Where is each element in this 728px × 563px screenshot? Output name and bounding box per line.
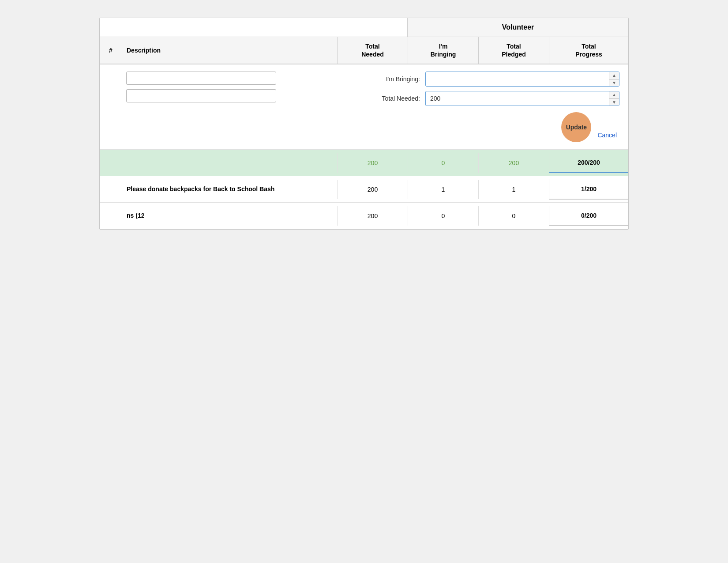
row-description xyxy=(122,157,337,169)
edit-text-input-2[interactable] xyxy=(126,89,276,102)
row-description: Please donate backpacks for Back to Scho… xyxy=(122,179,337,200)
im-bringing-down[interactable]: ▼ xyxy=(609,79,619,86)
row-num xyxy=(100,157,122,169)
total-needed-down[interactable]: ▼ xyxy=(609,98,619,106)
main-container: Volunteer # Description Total Needed I'm… xyxy=(99,18,629,230)
row-total-pledged: 200 xyxy=(478,153,549,173)
edit-text-input-1[interactable] xyxy=(126,72,276,85)
row-im-bringing: 0 xyxy=(408,153,478,173)
col-total-progress: Total Progress xyxy=(549,37,628,64)
row-total-needed: 200 xyxy=(337,206,408,226)
total-needed-spinner: ▲ ▼ xyxy=(425,91,619,106)
row-total-needed: 200 xyxy=(337,153,408,173)
total-needed-input[interactable] xyxy=(426,92,609,105)
col-number: # xyxy=(100,37,122,64)
edit-row: I'm Bringing: ▲ ▼ Total Needed: ▲ ▼ xyxy=(100,64,628,150)
im-bringing-field-row: I'm Bringing: ▲ ▼ xyxy=(372,72,619,87)
row-total-progress: 200/200 xyxy=(549,153,628,173)
row-num xyxy=(100,183,122,196)
row-num xyxy=(100,210,122,222)
table-row: 200 0 200 200/200 xyxy=(100,150,628,176)
table-row: Please donate backpacks for Back to Scho… xyxy=(100,176,628,203)
col-total-pledged: Total Pledged xyxy=(478,37,549,64)
row-total-progress: 0/200 xyxy=(549,206,628,226)
col-total-needed: Total Needed xyxy=(337,37,408,64)
col-im-bringing: I'm Bringing xyxy=(408,37,478,64)
edit-row-fields-right: I'm Bringing: ▲ ▼ Total Needed: ▲ ▼ xyxy=(372,72,628,142)
total-needed-spinners: ▲ ▼ xyxy=(609,91,619,106)
total-needed-up[interactable]: ▲ xyxy=(609,91,619,98)
table-row: ns (12 200 0 0 0/200 xyxy=(100,203,628,229)
cancel-button[interactable]: Cancel xyxy=(595,130,619,140)
update-button[interactable]: Update xyxy=(561,112,591,142)
row-im-bringing: 1 xyxy=(408,180,478,199)
row-total-pledged: 0 xyxy=(478,206,549,226)
im-bringing-label: I'm Bringing: xyxy=(372,76,420,83)
col-description: Description xyxy=(122,37,337,64)
im-bringing-spinner: ▲ ▼ xyxy=(425,72,619,87)
im-bringing-spinners: ▲ ▼ xyxy=(609,72,619,86)
header-spacer xyxy=(100,18,408,37)
column-headers: # Description Total Needed I'm Bringing … xyxy=(100,37,628,64)
row-total-progress: 1/200 xyxy=(549,179,628,200)
volunteer-group-header: Volunteer xyxy=(408,18,628,37)
action-buttons: Update Cancel xyxy=(372,112,619,142)
total-needed-field-row: Total Needed: ▲ ▼ xyxy=(372,91,619,106)
row-total-pledged: 1 xyxy=(478,180,549,199)
row-total-needed: 200 xyxy=(337,180,408,199)
im-bringing-up[interactable]: ▲ xyxy=(609,72,619,79)
total-needed-label: Total Needed: xyxy=(372,95,420,102)
row-im-bringing: 0 xyxy=(408,206,478,226)
row-description: ns (12 xyxy=(122,205,337,227)
im-bringing-input[interactable] xyxy=(426,73,609,85)
edit-row-inputs-left xyxy=(122,72,372,102)
